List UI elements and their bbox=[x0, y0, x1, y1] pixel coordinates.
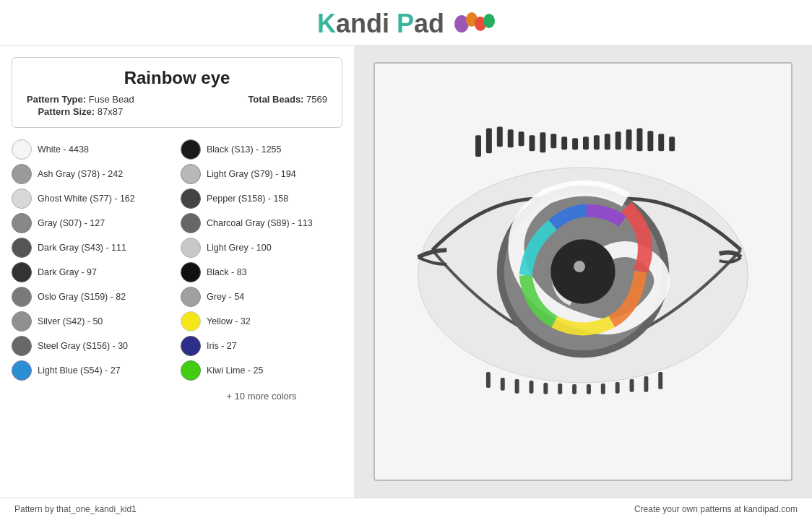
color-swatch bbox=[12, 336, 32, 356]
color-item: Dark Gray (S43) - 111 bbox=[12, 238, 173, 258]
color-name: Yellow - 32 bbox=[207, 316, 251, 326]
color-item: Gray (S07) - 127 bbox=[12, 213, 173, 233]
logo-icon-svg bbox=[452, 9, 495, 38]
color-swatch bbox=[12, 188, 32, 209]
logo-pad-k: P bbox=[397, 9, 414, 38]
color-item: Black (S13) - 1255 bbox=[181, 139, 342, 160]
color-swatch bbox=[181, 262, 201, 282]
color-name: Gray (S07) - 127 bbox=[38, 218, 105, 228]
color-item: Silver (S42) - 50 bbox=[12, 311, 173, 332]
svg-rect-26 bbox=[501, 378, 505, 391]
color-item: Dark Gray - 97 bbox=[12, 262, 173, 282]
svg-rect-22 bbox=[647, 131, 653, 151]
svg-rect-27 bbox=[515, 379, 519, 394]
pattern-meta-right: Total Beads: 7569 bbox=[248, 94, 327, 117]
color-name: Steel Gray (S156) - 30 bbox=[38, 341, 128, 351]
size-label: Pattern Size: bbox=[38, 106, 95, 117]
color-name: Charcoal Gray (S89) - 113 bbox=[207, 218, 313, 228]
color-swatch bbox=[181, 287, 201, 307]
color-swatch bbox=[12, 311, 32, 332]
svg-rect-16 bbox=[583, 136, 589, 150]
svg-rect-14 bbox=[561, 136, 567, 150]
logo: Kandi Pad bbox=[317, 9, 444, 39]
pattern-image-box bbox=[373, 62, 792, 481]
color-item: Grey - 54 bbox=[181, 287, 342, 307]
svg-rect-12 bbox=[540, 132, 545, 152]
color-name: Iris - 27 bbox=[207, 341, 237, 351]
svg-rect-11 bbox=[530, 135, 535, 151]
color-grid: White - 4438Black (S13) - 1255Ash Gray (… bbox=[12, 139, 342, 402]
color-name: Ash Gray (S78) - 242 bbox=[38, 169, 123, 179]
color-item: Oslo Gray (S159) - 82 bbox=[12, 287, 173, 307]
color-swatch bbox=[12, 213, 32, 233]
svg-rect-29 bbox=[543, 383, 548, 394]
footer-cta: Create your own patterns at kandipad.com bbox=[634, 504, 798, 514]
color-item: Kiwi Lime - 25 bbox=[181, 360, 342, 381]
footer: Pattern by that_one_kandi_kid1 Create yo… bbox=[0, 498, 812, 520]
color-item: Light Gray (S79) - 194 bbox=[181, 164, 342, 184]
left-panel: Rainbow eye Pattern Type: Fuse Bead Patt… bbox=[0, 46, 354, 498]
svg-rect-19 bbox=[616, 131, 621, 150]
color-item: Yellow - 32 bbox=[181, 311, 342, 332]
color-name: Grey - 54 bbox=[207, 292, 244, 302]
color-swatch bbox=[12, 139, 32, 160]
svg-rect-37 bbox=[658, 372, 662, 389]
size-value: 87x87 bbox=[98, 106, 123, 117]
color-swatch bbox=[181, 164, 201, 184]
color-swatch bbox=[12, 262, 32, 282]
color-name: Dark Gray (S43) - 111 bbox=[38, 243, 126, 253]
right-panel bbox=[354, 46, 812, 498]
type-label: Pattern Type: bbox=[27, 94, 86, 105]
color-name: Black (S13) - 1255 bbox=[207, 144, 282, 155]
svg-rect-31 bbox=[572, 384, 576, 394]
color-name: Light Blue (S54) - 27 bbox=[38, 365, 121, 376]
color-swatch bbox=[12, 164, 32, 184]
svg-rect-25 bbox=[486, 372, 491, 388]
color-item: Ash Gray (S78) - 242 bbox=[12, 164, 173, 184]
svg-rect-9 bbox=[508, 129, 514, 147]
beads-row: Total Beads: 7569 bbox=[248, 94, 327, 105]
logo-pad-rest: ad bbox=[414, 9, 444, 38]
svg-rect-33 bbox=[601, 384, 605, 394]
color-item: Light Blue (S54) - 27 bbox=[12, 360, 173, 381]
svg-rect-32 bbox=[587, 384, 591, 394]
color-name: Silver (S42) - 50 bbox=[38, 316, 103, 326]
svg-rect-17 bbox=[594, 135, 600, 150]
svg-rect-36 bbox=[644, 376, 648, 392]
svg-rect-23 bbox=[658, 134, 664, 151]
color-name: White - 4438 bbox=[38, 144, 89, 155]
logo-k: K bbox=[317, 9, 336, 38]
color-item: Black - 83 bbox=[181, 262, 342, 282]
color-name: Oslo Gray (S159) - 82 bbox=[38, 292, 126, 302]
color-name: Ghost White (S77) - 162 bbox=[38, 194, 135, 204]
svg-rect-21 bbox=[636, 128, 642, 151]
logo-andi: andi bbox=[336, 9, 389, 38]
svg-rect-24 bbox=[669, 136, 675, 151]
color-swatch bbox=[12, 360, 32, 381]
footer-credit: Pattern by that_one_kandi_kid1 bbox=[14, 504, 137, 514]
svg-rect-13 bbox=[550, 134, 556, 148]
pattern-info-box: Rainbow eye Pattern Type: Fuse Bead Patt… bbox=[12, 57, 342, 128]
svg-rect-34 bbox=[616, 382, 620, 394]
color-item: Steel Gray (S156) - 30 bbox=[12, 336, 173, 356]
pattern-meta-left: Pattern Type: Fuse Bead Pattern Size: 87… bbox=[27, 94, 134, 117]
pattern-size-row: Pattern Size: 87x87 bbox=[27, 106, 134, 117]
color-swatch bbox=[181, 188, 201, 209]
color-name: Dark Gray - 97 bbox=[38, 267, 97, 277]
color-swatch bbox=[181, 139, 201, 160]
color-name: Light Grey - 100 bbox=[207, 243, 272, 253]
color-name: Kiwi Lime - 25 bbox=[207, 365, 264, 376]
type-value: Fuse Bead bbox=[89, 94, 134, 105]
svg-rect-35 bbox=[630, 379, 634, 392]
beads-label: Total Beads: bbox=[248, 94, 303, 105]
more-colors-button[interactable]: + 10 more colors bbox=[181, 391, 342, 402]
color-item: White - 4438 bbox=[12, 139, 173, 160]
color-swatch bbox=[181, 311, 201, 332]
main-content: Rainbow eye Pattern Type: Fuse Bead Patt… bbox=[0, 46, 812, 498]
svg-rect-15 bbox=[572, 138, 578, 150]
color-swatch bbox=[12, 287, 32, 307]
svg-point-40 bbox=[550, 239, 615, 303]
color-item: Charcoal Gray (S89) - 113 bbox=[181, 213, 342, 233]
color-swatch bbox=[181, 336, 201, 356]
color-item: Iris - 27 bbox=[181, 336, 342, 356]
